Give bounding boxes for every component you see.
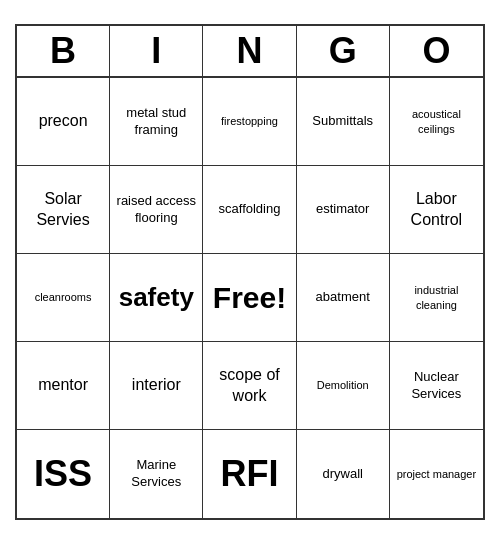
bingo-cell: industrial cleaning: [390, 254, 483, 342]
bingo-header: BINGO: [17, 26, 483, 78]
header-letter: B: [17, 26, 110, 76]
bingo-cell: raised access flooring: [110, 166, 203, 254]
bingo-cell: abatment: [297, 254, 390, 342]
bingo-grid: preconmetal stud framingfirestoppingSubm…: [17, 78, 483, 518]
bingo-cell: Marine Services: [110, 430, 203, 518]
bingo-cell: safety: [110, 254, 203, 342]
bingo-cell: project manager: [390, 430, 483, 518]
bingo-card: BINGO preconmetal stud framingfirestoppi…: [15, 24, 485, 520]
bingo-cell: scope of work: [203, 342, 296, 430]
bingo-cell: interior: [110, 342, 203, 430]
bingo-cell: acoustical ceilings: [390, 78, 483, 166]
header-letter: I: [110, 26, 203, 76]
bingo-cell: estimator: [297, 166, 390, 254]
bingo-cell: Submittals: [297, 78, 390, 166]
bingo-cell: scaffolding: [203, 166, 296, 254]
header-letter: O: [390, 26, 483, 76]
bingo-cell: cleanrooms: [17, 254, 110, 342]
bingo-cell: precon: [17, 78, 110, 166]
bingo-cell: Free!: [203, 254, 296, 342]
bingo-cell: RFI: [203, 430, 296, 518]
bingo-cell: mentor: [17, 342, 110, 430]
bingo-cell: firestopping: [203, 78, 296, 166]
bingo-cell: Demolition: [297, 342, 390, 430]
header-letter: G: [297, 26, 390, 76]
bingo-cell: Nuclear Services: [390, 342, 483, 430]
header-letter: N: [203, 26, 296, 76]
bingo-cell: Labor Control: [390, 166, 483, 254]
bingo-cell: drywall: [297, 430, 390, 518]
bingo-cell: metal stud framing: [110, 78, 203, 166]
bingo-cell: Solar Servies: [17, 166, 110, 254]
bingo-cell: ISS: [17, 430, 110, 518]
